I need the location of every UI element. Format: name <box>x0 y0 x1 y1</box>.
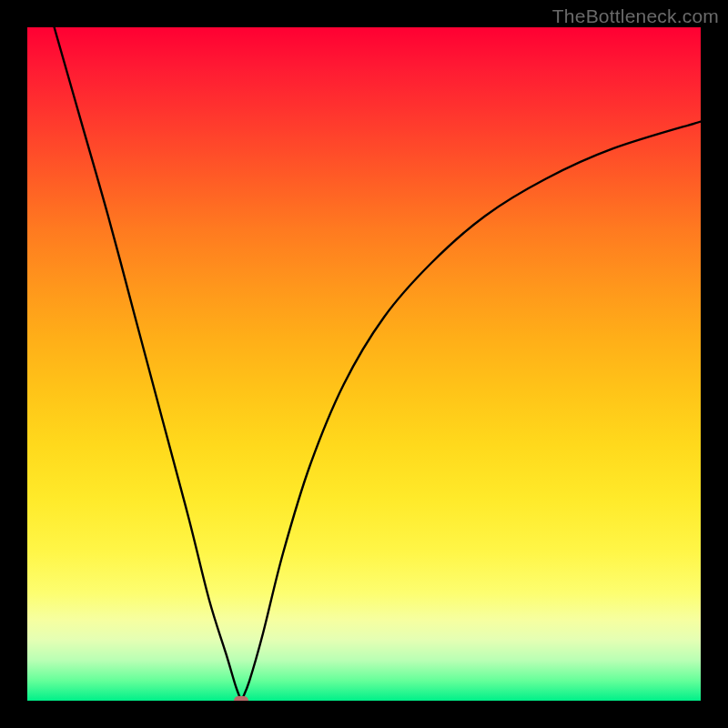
chart-frame: TheBottleneck.com <box>0 0 728 728</box>
minimum-marker <box>234 696 248 701</box>
bottleneck-curve <box>27 27 701 701</box>
curve-right-branch <box>241 122 701 701</box>
plot-area <box>27 27 701 701</box>
watermark-text: TheBottleneck.com <box>552 5 719 27</box>
curve-left-branch <box>55 27 242 701</box>
